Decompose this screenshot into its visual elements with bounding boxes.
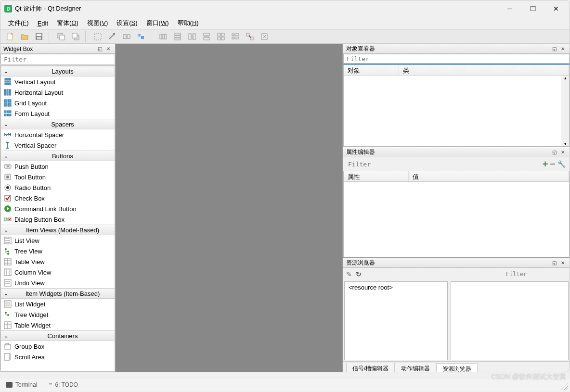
layout-horizontal-icon[interactable] bbox=[156, 31, 170, 42]
bring-front-icon[interactable] bbox=[69, 31, 82, 42]
resize-grip-icon[interactable] bbox=[561, 383, 568, 390]
widget-label: Group Box bbox=[14, 343, 44, 350]
dock-float-icon[interactable]: ◱ bbox=[550, 46, 558, 52]
edit-resources-icon[interactable]: ✎ bbox=[346, 270, 352, 278]
category-header[interactable]: ⌄Item Widgets (Item-Based) bbox=[1, 288, 115, 299]
category-header[interactable]: ⌄Containers bbox=[1, 330, 115, 341]
open-file-icon[interactable] bbox=[18, 31, 31, 42]
widget-label: Vertical Spacer bbox=[14, 142, 56, 149]
widget-item[interactable]: Group Box bbox=[1, 341, 115, 352]
reload-icon[interactable]: ↻ bbox=[356, 270, 362, 278]
menu-view[interactable]: 视图(V) bbox=[83, 17, 112, 29]
dock-float-icon[interactable]: ◱ bbox=[550, 149, 558, 156]
object-inspector-filter[interactable] bbox=[343, 54, 570, 64]
adjust-size-icon[interactable] bbox=[258, 31, 271, 42]
widget-label: Tool Button bbox=[14, 174, 46, 181]
widget-item[interactable]: Tool Button bbox=[1, 172, 115, 182]
widget-item[interactable]: Command Link Button bbox=[1, 203, 115, 214]
add-property-icon[interactable]: + bbox=[543, 159, 548, 170]
tab-actions[interactable]: 动作编辑器 bbox=[395, 363, 436, 372]
widget-item[interactable]: Undo View bbox=[1, 278, 115, 288]
category-header[interactable]: ⌄Buttons bbox=[1, 151, 115, 161]
widget-item[interactable]: Scroll Area bbox=[1, 352, 115, 362]
ide-footer: Terminal ≡6: TODO bbox=[0, 379, 570, 391]
category-header[interactable]: ⌄Spacers bbox=[1, 119, 115, 129]
expand-icon[interactable]: ⌄ bbox=[1, 291, 11, 297]
expand-icon[interactable]: ⌄ bbox=[1, 153, 11, 159]
layout-form-icon[interactable] bbox=[229, 31, 242, 42]
widget-item[interactable]: Grid Layout bbox=[1, 98, 115, 108]
resource-tree[interactable]: <resource root> bbox=[344, 281, 448, 360]
widget-item[interactable]: Form Layout bbox=[1, 108, 115, 119]
footer-terminal[interactable]: Terminal bbox=[6, 381, 37, 388]
remove-property-icon[interactable]: − bbox=[550, 159, 556, 170]
svg-rect-42 bbox=[7, 89, 8, 95]
dock-close-icon[interactable]: ✕ bbox=[559, 149, 567, 156]
layout-hsplitter-icon[interactable] bbox=[185, 31, 199, 42]
edit-tab-order-icon[interactable]: 12 bbox=[134, 31, 148, 42]
property-table[interactable]: 属性 值 bbox=[343, 171, 570, 257]
widget-box-filter[interactable] bbox=[0, 54, 115, 64]
configure-icon[interactable]: 🔧 bbox=[557, 160, 566, 168]
expand-icon[interactable]: ⌄ bbox=[1, 333, 11, 339]
new-file-icon[interactable] bbox=[3, 31, 17, 42]
edit-buddies-icon[interactable] bbox=[120, 31, 133, 42]
layout-grid-icon[interactable] bbox=[214, 31, 228, 42]
dock-close-icon[interactable]: ✕ bbox=[104, 46, 112, 52]
widget-tree[interactable]: ⌄LayoutsVertical LayoutHorizontal Layout… bbox=[0, 65, 115, 372]
widget-item[interactable]: OKPush Button bbox=[1, 161, 115, 172]
menu-file[interactable]: 文件(F) bbox=[4, 17, 33, 29]
dock-float-icon[interactable]: ◱ bbox=[550, 260, 558, 266]
layout-vsplitter-icon[interactable] bbox=[200, 31, 213, 42]
widget-item[interactable]: Horizontal Layout bbox=[1, 87, 115, 98]
expand-icon[interactable]: ⌄ bbox=[1, 227, 11, 233]
menu-form[interactable]: 窗体(O) bbox=[53, 17, 82, 29]
menu-edit[interactable]: Edit bbox=[34, 18, 52, 28]
widget-item[interactable]: Vertical Spacer bbox=[1, 140, 115, 151]
edit-widgets-icon[interactable] bbox=[91, 31, 104, 42]
widget-label: Dialog Button Box bbox=[14, 216, 65, 223]
resource-preview[interactable] bbox=[451, 281, 569, 360]
widget-item[interactable]: Check Box bbox=[1, 193, 115, 203]
widget-item[interactable]: Table View bbox=[1, 256, 115, 267]
category-header[interactable]: ⌄Item Views (Model-Based) bbox=[1, 225, 115, 235]
widget-item[interactable]: Radio Button bbox=[1, 182, 115, 193]
widget-label: Push Button bbox=[14, 163, 49, 170]
dock-close-icon[interactable]: ✕ bbox=[559, 46, 567, 52]
save-file-icon[interactable] bbox=[32, 31, 46, 42]
widget-item[interactable]: Table Widget bbox=[1, 320, 115, 330]
menu-help[interactable]: 帮助(H) bbox=[174, 17, 203, 29]
widget-item[interactable]: Vertical Layout bbox=[1, 76, 115, 87]
widget-item[interactable]: List Widget bbox=[1, 299, 115, 309]
widget-item[interactable]: Dialog Button Box bbox=[1, 214, 115, 225]
dock-close-icon[interactable]: ✕ bbox=[559, 260, 567, 266]
property-editor-panel: 属性编辑器 ◱ ✕ + − 🔧 属性 值 bbox=[343, 147, 570, 258]
widget-item[interactable]: Column View bbox=[1, 267, 115, 278]
close-button[interactable]: ✕ bbox=[546, 2, 566, 15]
object-tree[interactable]: 对象 类 ▴▾ bbox=[343, 64, 570, 147]
widget-item[interactable]: Horizontal Spacer bbox=[1, 129, 115, 140]
tab-resources[interactable]: 资源浏览器 bbox=[436, 363, 478, 372]
svg-text:OK: OK bbox=[6, 165, 10, 168]
widget-item[interactable]: List View bbox=[1, 235, 115, 246]
break-layout-icon[interactable] bbox=[243, 31, 257, 42]
dock-float-icon[interactable]: ◱ bbox=[96, 46, 104, 52]
expand-icon[interactable]: ⌄ bbox=[1, 121, 11, 127]
maximize-button[interactable]: ☐ bbox=[523, 2, 543, 15]
expand-icon[interactable]: ⌄ bbox=[1, 68, 11, 75]
category-header[interactable]: ⌄Layouts bbox=[1, 66, 115, 76]
footer-todo[interactable]: ≡6: TODO bbox=[49, 381, 78, 388]
send-back-icon[interactable] bbox=[54, 31, 68, 42]
widget-item[interactable]: Tree Widget bbox=[1, 309, 115, 320]
widget-label: Radio Button bbox=[14, 184, 51, 191]
menu-settings[interactable]: 设置(S) bbox=[113, 17, 141, 29]
menu-window[interactable]: 窗口(W) bbox=[142, 17, 173, 29]
edit-signals-icon[interactable] bbox=[105, 31, 119, 42]
tab-signals[interactable]: 信号/槽编辑器 bbox=[346, 363, 395, 372]
design-canvas[interactable] bbox=[116, 44, 342, 372]
scrollbar[interactable]: ▴▾ bbox=[561, 76, 569, 146]
layout-vertical-icon[interactable] bbox=[171, 31, 184, 42]
widget-item[interactable]: Tree View bbox=[1, 246, 115, 256]
minimize-button[interactable]: ─ bbox=[500, 2, 519, 15]
property-filter[interactable] bbox=[345, 159, 543, 169]
